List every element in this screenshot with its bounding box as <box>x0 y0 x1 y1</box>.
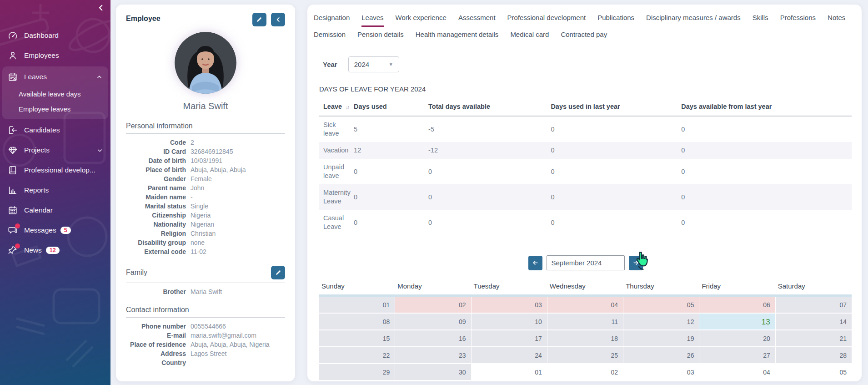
next-month-button[interactable] <box>629 256 643 270</box>
edit-employee-button[interactable] <box>252 13 266 26</box>
prev-month-button[interactable] <box>528 256 542 270</box>
collapse-panel-button[interactable] <box>271 13 285 26</box>
calendar-day-04[interactable]: 04 <box>547 297 623 314</box>
calendar-day-28[interactable]: 28 <box>776 347 852 364</box>
sidebar-item-leaves[interactable]: Leaves <box>2 67 108 86</box>
calendar-day-20[interactable]: 20 <box>699 330 775 347</box>
calendar-day-08[interactable]: 08 <box>319 314 395 330</box>
calendar-day-01[interactable]: 01 <box>319 297 395 314</box>
tab-demission[interactable]: Demission <box>314 27 346 44</box>
calendar-day-09[interactable]: 09 <box>395 314 471 330</box>
field-parent-name: Parent nameJohn <box>126 184 285 192</box>
calendar-day-19[interactable]: 19 <box>623 330 699 347</box>
sidebar-item-dashboard[interactable]: Dashboard <box>0 25 110 46</box>
calendar-day-03[interactable]: 03 <box>472 297 547 314</box>
sidebar-subitem-available-leave-days[interactable]: Available leave days <box>2 86 108 101</box>
chevron-left-icon <box>275 16 281 23</box>
calendar-day-11[interactable]: 11 <box>547 314 623 330</box>
calendar-day-13[interactable]: 13 <box>699 314 775 330</box>
calendar-day-01[interactable]: 01 <box>472 364 547 381</box>
year-select-value: 2024 <box>354 61 369 68</box>
sidebar-item-messages[interactable]: Messages5 <box>0 220 110 240</box>
pushpin-icon <box>7 245 18 256</box>
sidebar-item-professional-develop[interactable]: Professional develop... <box>0 160 110 180</box>
weekday-friday: Friday <box>699 281 775 294</box>
chat-icon <box>7 225 18 236</box>
tab-skills[interactable]: Skills <box>753 10 768 27</box>
column-header-leave[interactable]: Leave↓↑ <box>319 98 354 116</box>
calendar-day-21[interactable]: 21 <box>776 330 852 347</box>
sort-icon[interactable]: ↓↑ <box>346 104 349 110</box>
tab-leaves[interactable]: Leaves <box>361 10 383 27</box>
leave-cell: 0 <box>428 184 551 210</box>
field-e-mail: E-mailmaria.swift@gmail.com <box>126 332 285 339</box>
tab-publications[interactable]: Publications <box>597 10 634 27</box>
count-badge: 12 <box>46 247 60 254</box>
diamond-icon <box>7 145 18 156</box>
tab-disciplinary-measures-awards[interactable]: Disciplinary measures / awards <box>646 10 741 27</box>
calendar-day-29[interactable]: 29 <box>319 364 395 381</box>
leave-row-unpaid-leave: Unpaid leave0000 <box>319 159 852 184</box>
calendar-day-16[interactable]: 16 <box>395 330 471 347</box>
edit-family-button[interactable] <box>271 266 285 279</box>
tab-notes[interactable]: Notes <box>828 10 845 27</box>
fields-list: BrotherMaria Swift <box>126 288 285 295</box>
leave-cell: 0 <box>681 210 852 235</box>
weekday-wednesday: Wednesday <box>547 281 623 294</box>
leave-cell: 12 <box>354 142 428 159</box>
month-input[interactable] <box>547 255 625 270</box>
calendar-day-23[interactable]: 23 <box>395 347 471 364</box>
tab-assessment[interactable]: Assessment <box>458 10 496 27</box>
sidebar-item-candidates[interactable]: Candidates <box>0 120 110 140</box>
section-contact-information: Contact informationPhone number005554466… <box>126 306 285 366</box>
sidebar-item-calendar[interactable]: Calendar <box>0 200 110 220</box>
calendar-day-22[interactable]: 22 <box>319 347 395 364</box>
field-nationality: NationalityNigerian <box>126 221 285 228</box>
calendar-day-15[interactable]: 15 <box>319 330 395 347</box>
calendar-day-03[interactable]: 03 <box>623 364 699 381</box>
field-date-of-birth: Date of birth10/03/1991 <box>126 157 285 164</box>
calendar-day-05[interactable]: 05 <box>623 297 699 314</box>
calendar-day-27[interactable]: 27 <box>699 347 775 364</box>
tab-pension-details[interactable]: Pension details <box>357 27 404 44</box>
sidebar-item-employees[interactable]: Employees <box>0 46 110 66</box>
pencil-icon <box>256 16 262 23</box>
year-select[interactable]: 2024 ▼ <box>348 56 399 72</box>
field-label: Nationality <box>126 221 186 228</box>
sidebar-collapse-button[interactable] <box>97 4 105 14</box>
tab-professions[interactable]: Professions <box>780 10 816 27</box>
page-content: Employee <box>110 0 868 385</box>
calendar-day-04[interactable]: 04 <box>699 364 775 381</box>
sidebar-subitem-employee-leaves[interactable]: Employee leaves <box>2 101 108 117</box>
tab-work-experience[interactable]: Work experience <box>396 10 447 27</box>
calendar-day-05[interactable]: 05 <box>776 364 852 381</box>
calendar-day-17[interactable]: 17 <box>472 330 547 347</box>
chevron-left-icon <box>97 4 105 12</box>
leave-cell: 0 <box>681 159 852 184</box>
tab-contracted-pay[interactable]: Contracted pay <box>561 27 607 44</box>
calendar-day-02[interactable]: 02 <box>547 364 623 381</box>
tab-professional-development[interactable]: Professional development <box>507 10 586 27</box>
calendar-day-06[interactable]: 06 <box>699 297 775 314</box>
calendar-day-02[interactable]: 02 <box>395 297 471 314</box>
sidebar-item-news[interactable]: News12 <box>0 240 110 260</box>
calendar-day-10[interactable]: 10 <box>472 314 547 330</box>
field-religion: ReligionChristian <box>126 230 285 237</box>
tab-medical-card[interactable]: Medical card <box>510 27 549 44</box>
sidebar-item-label: Professional develop... <box>24 166 95 174</box>
calendar-day-07[interactable]: 07 <box>776 297 852 314</box>
calendar-day-12[interactable]: 12 <box>623 314 699 330</box>
field-value: maria.swift@gmail.com <box>191 332 256 339</box>
leave-cell: 0 <box>681 142 852 159</box>
calendar-day-18[interactable]: 18 <box>547 330 623 347</box>
calendar-day-25[interactable]: 25 <box>547 347 623 364</box>
calendar-day-24[interactable]: 24 <box>472 347 547 364</box>
sidebar-item-reports[interactable]: Reports <box>0 180 110 200</box>
calendar-day-30[interactable]: 30 <box>395 364 471 381</box>
sidebar-item-projects[interactable]: Projects <box>0 140 110 160</box>
sidebar-item-label: Leaves <box>24 73 47 81</box>
tab-designation[interactable]: Designation <box>314 10 350 27</box>
calendar-day-14[interactable]: 14 <box>776 314 852 330</box>
tab-health-management-details[interactable]: Health management details <box>416 27 499 44</box>
calendar-day-26[interactable]: 26 <box>623 347 699 364</box>
